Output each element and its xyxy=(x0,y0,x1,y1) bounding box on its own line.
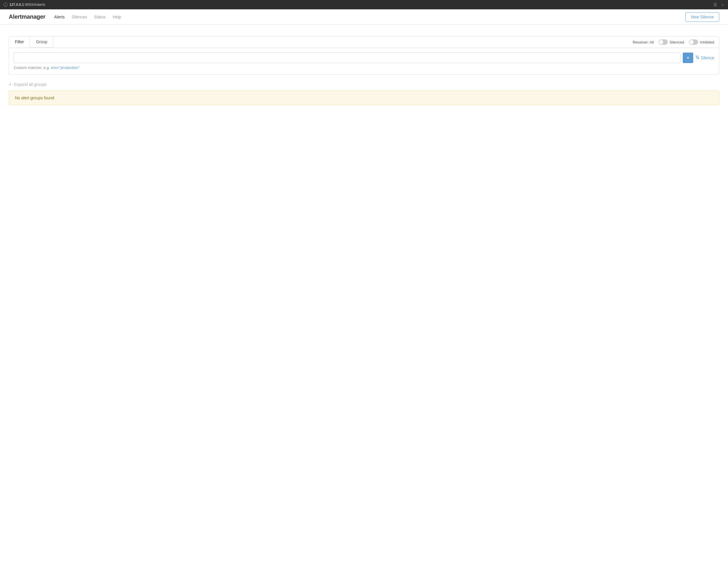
silenced-toggle-group: Silenced xyxy=(658,40,684,45)
tab-group[interactable]: Group xyxy=(30,37,54,48)
silenced-label: Silenced xyxy=(670,40,684,45)
inhibited-toggle-group: Inhibited xyxy=(689,40,714,45)
nav-link-alerts[interactable]: Alerts xyxy=(54,13,65,20)
browser-icons: ☰ ☆ xyxy=(713,2,725,7)
nav-link-status[interactable]: Status xyxy=(93,13,106,20)
custom-matcher-hint: Custom matcher, e.g. env="production" xyxy=(14,65,714,70)
new-silence-button[interactable]: New Silence xyxy=(685,12,719,22)
navbar-nav: Alerts Silences Status Help xyxy=(54,15,122,19)
receiver-label: Receiver: All xyxy=(633,40,654,45)
filter-input[interactable] xyxy=(14,53,680,63)
no-alerts-banner: No alert groups found xyxy=(9,90,719,105)
page-info-icon: i xyxy=(3,3,8,7)
filter-card: Filter Group Receiver: All Silenced Inhi… xyxy=(9,36,719,75)
inhibited-toggle[interactable] xyxy=(689,40,698,45)
url-text: 127.0.0.1:9093/#/alerts xyxy=(9,3,45,7)
nav-item-silences[interactable]: Silences xyxy=(71,15,88,19)
nav-item-alerts[interactable]: Alerts xyxy=(54,15,65,19)
expand-all-plus-icon[interactable]: + xyxy=(9,82,11,87)
navbar-left: Alertmanager Alerts Silences Status Help xyxy=(9,13,122,20)
url-area: i 127.0.0.1:9093/#/alerts xyxy=(3,3,711,7)
add-filter-button[interactable]: + xyxy=(683,53,693,63)
tabs-and-controls: Filter Group Receiver: All Silenced Inhi… xyxy=(9,37,719,48)
silence-icon xyxy=(696,56,700,60)
nav-item-status[interactable]: Status xyxy=(93,15,106,19)
tab-filter[interactable]: Filter xyxy=(9,37,30,48)
expand-all-row: + Expand all groups xyxy=(9,82,719,87)
silenced-toggle[interactable] xyxy=(658,40,668,45)
brand: Alertmanager xyxy=(9,13,45,20)
svg-line-0 xyxy=(696,56,700,59)
url-host: 127.0.0.1 xyxy=(9,3,24,7)
no-alerts-message: No alert groups found xyxy=(15,95,54,100)
filter-input-row: + Silence xyxy=(14,53,714,63)
nav-link-help[interactable]: Help xyxy=(112,13,122,20)
nav-link-silences[interactable]: Silences xyxy=(71,13,88,20)
expand-all-label[interactable]: Expand all groups xyxy=(14,82,47,87)
main-content: Filter Group Receiver: All Silenced Inhi… xyxy=(0,24,728,117)
nav-item-help[interactable]: Help xyxy=(112,15,122,19)
silence-link-button[interactable]: Silence xyxy=(696,56,714,60)
filter-body: + Silence Custom matcher, e.g. env=" xyxy=(9,48,719,74)
browser-bar: i 127.0.0.1:9093/#/alerts ☰ ☆ xyxy=(0,0,728,9)
custom-matcher-example[interactable]: env="production" xyxy=(51,65,80,70)
star-icon[interactable]: ☆ xyxy=(721,2,725,7)
navbar: Alertmanager Alerts Silences Status Help… xyxy=(0,9,728,24)
url-path: :9093/#/alerts xyxy=(24,3,45,7)
silence-link-label: Silence xyxy=(701,56,714,60)
filter-tabs: Filter Group xyxy=(9,37,54,48)
inhibited-label: Inhibited xyxy=(700,40,714,45)
right-controls: Receiver: All Silenced Inhibited xyxy=(633,40,719,45)
hamburger-icon[interactable]: ☰ xyxy=(713,2,717,7)
